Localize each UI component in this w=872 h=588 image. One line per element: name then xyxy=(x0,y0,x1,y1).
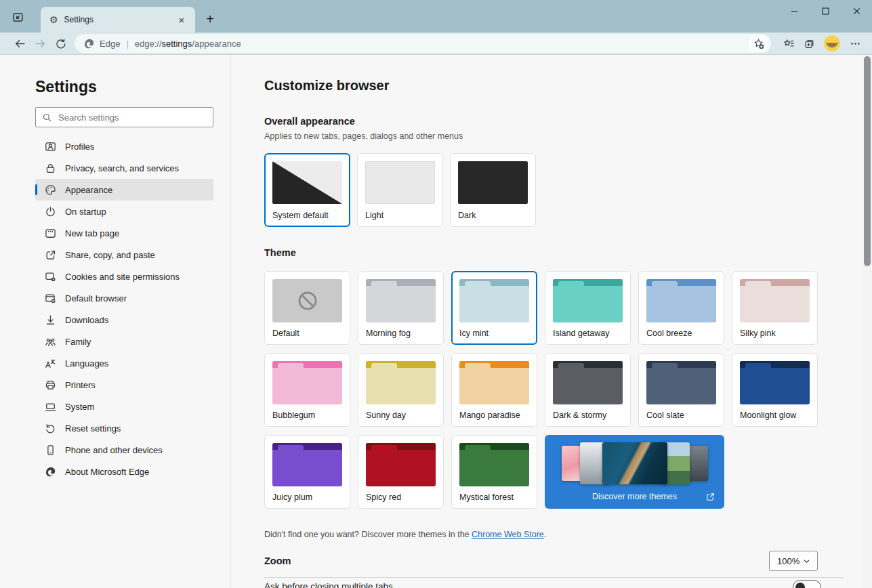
discover-more-themes-tile[interactable]: Discover more themes xyxy=(545,435,724,509)
theme-preview xyxy=(553,361,623,404)
browser-tab-settings[interactable]: ⚙ Settings × xyxy=(41,7,195,33)
appearance-option-dark[interactable]: Dark xyxy=(450,153,536,227)
theme-tile-juicy-plum[interactable]: Juicy plum xyxy=(264,435,350,509)
theme-thumbnails xyxy=(545,442,724,484)
search-settings-input[interactable] xyxy=(58,112,207,123)
theme-tile-icy-mint[interactable]: Icy mint xyxy=(451,271,537,345)
tab-close-icon[interactable]: × xyxy=(175,13,188,26)
sidebar-item-appearance[interactable]: Appearance xyxy=(35,179,213,201)
appearance-option-system-default[interactable]: System default xyxy=(264,153,350,227)
phone-icon xyxy=(45,444,56,456)
zoom-row: Zoom 100% xyxy=(264,551,818,571)
theme-tile-mango-paradise[interactable]: Mango paradise xyxy=(451,353,537,427)
new-tab-button[interactable]: + xyxy=(201,10,219,28)
sidebar-item-reset-settings[interactable]: Reset settings xyxy=(35,417,213,439)
theme-tile-dark-stormy[interactable]: Dark & stormy xyxy=(545,353,631,427)
sidebar-item-phone-and-other-devices[interactable]: Phone and other devices xyxy=(35,439,213,461)
profile-avatar[interactable] xyxy=(823,35,841,52)
cookies-icon xyxy=(45,271,56,282)
settings-sidebar: Settings ProfilesPrivacy, search, and se… xyxy=(0,55,231,588)
theme-tile-cool-breeze[interactable]: Cool breeze xyxy=(638,271,724,345)
appearance-preview xyxy=(365,161,435,204)
theme-preview xyxy=(740,279,810,322)
forward-icon[interactable] xyxy=(30,34,50,53)
section-divider xyxy=(264,577,844,578)
sidebar-item-family[interactable]: Family xyxy=(35,331,213,352)
tab-actions-menu-icon[interactable] xyxy=(9,8,26,26)
sidebar-item-new-tab-page[interactable]: New tab page xyxy=(35,222,213,244)
settings-main: Customize browser Overall appearance App… xyxy=(231,55,872,588)
site-label: Edge xyxy=(100,39,120,49)
theme-preview xyxy=(740,361,810,404)
theme-tile-bubblegum[interactable]: Bubblegum xyxy=(264,353,350,427)
theme-tile-morning-fog[interactable]: Morning fog xyxy=(358,271,444,345)
store-note: Didn't find one you want? Discover more … xyxy=(264,530,818,540)
appearance-option-light[interactable]: Light xyxy=(357,153,443,227)
appearance-options: System defaultLightDark xyxy=(264,153,818,227)
theme-tile-spicy-red[interactable]: Spicy red xyxy=(358,435,444,509)
sidebar-item-printers[interactable]: Printers xyxy=(35,374,213,396)
theme-tile-mystical-forest[interactable]: Mystical forest xyxy=(451,435,537,509)
minimize-button[interactable] xyxy=(778,0,810,22)
sidebar-item-share-copy-and-paste[interactable]: Share, copy, and paste xyxy=(35,244,213,266)
printers-icon xyxy=(45,379,56,391)
settings-page: Settings ProfilesPrivacy, search, and se… xyxy=(0,55,872,588)
close-button[interactable] xyxy=(841,0,872,22)
sidebar-item-about-microsoft-edge[interactable]: About Microsoft Edge xyxy=(35,461,213,482)
overall-appearance-description: Applies to new tabs, pages, dialogs and … xyxy=(264,131,818,142)
theme-preview xyxy=(272,279,342,322)
theme-tile-sunny-day[interactable]: Sunny day xyxy=(358,353,444,427)
page-title: Customize browser xyxy=(264,77,818,93)
refresh-icon[interactable] xyxy=(50,34,70,53)
sidebar-item-privacy-search-and-services[interactable]: Privacy, search, and services xyxy=(35,157,213,179)
reset-icon xyxy=(45,423,56,434)
page-scrollbar[interactable] xyxy=(863,55,872,588)
maximize-button[interactable] xyxy=(810,0,841,22)
sidebar-item-cookies-and-site-permissions[interactable]: Cookies and site permissions xyxy=(35,266,213,287)
collections-icon[interactable] xyxy=(799,34,819,53)
theme-tile-cool-slate[interactable]: Cool slate xyxy=(638,353,724,427)
ask-before-closing-toggle[interactable] xyxy=(793,580,821,588)
footer-row: Ask before closing multiple tabs xyxy=(264,580,818,588)
theme-preview xyxy=(553,279,623,322)
theme-preview xyxy=(459,279,529,322)
theme-tile-default[interactable]: Default xyxy=(264,271,350,345)
theme-tile-moonlight-glow[interactable]: Moonlight glow xyxy=(732,353,818,427)
toggle-knob xyxy=(795,583,805,588)
sidebar-item-on-startup[interactable]: On startup xyxy=(35,201,213,222)
back-icon[interactable] xyxy=(9,34,30,53)
theme-tile-silky-pink[interactable]: Silky pink xyxy=(732,271,818,345)
sidebar-item-profiles[interactable]: Profiles xyxy=(35,135,213,157)
zoom-dropdown[interactable]: 100% xyxy=(769,551,818,571)
sidebar-item-system[interactable]: System xyxy=(35,396,213,417)
search-icon xyxy=(42,112,52,123)
favorites-icon[interactable] xyxy=(778,34,799,53)
downloads-icon xyxy=(45,314,56,326)
theme-heading: Theme xyxy=(264,247,818,259)
search-settings-box[interactable] xyxy=(35,107,213,127)
edge-icon xyxy=(45,466,56,478)
family-icon xyxy=(45,336,56,348)
theme-preview xyxy=(459,361,529,404)
address-bar[interactable]: Edge | edge://settings/appearance xyxy=(75,34,771,53)
sidebar-item-downloads[interactable]: Downloads xyxy=(35,309,213,331)
chrome-web-store-link[interactable]: Chrome Web Store xyxy=(472,530,544,539)
default-browser-icon xyxy=(45,293,56,304)
chevron-down-icon xyxy=(802,557,811,566)
external-link-icon xyxy=(705,492,715,502)
theme-preview xyxy=(366,361,436,404)
add-favorite-icon[interactable] xyxy=(749,35,768,52)
overall-appearance-heading: Overall appearance xyxy=(264,116,818,127)
lock-icon xyxy=(45,163,56,174)
theme-preview xyxy=(272,443,342,486)
theme-tile-island-getaway[interactable]: Island getaway xyxy=(545,271,631,345)
system-icon xyxy=(45,401,56,413)
theme-preview xyxy=(646,361,716,404)
browser-window: ⚙ Settings × + xyxy=(0,0,872,588)
sidebar-item-default-browser[interactable]: Default browser xyxy=(35,287,213,309)
profiles-icon xyxy=(45,141,56,152)
sidebar-item-languages[interactable]: Languages xyxy=(35,352,213,374)
scrollbar-thumb[interactable] xyxy=(864,56,871,266)
ask-before-closing-label: Ask before closing multiple tabs xyxy=(264,580,393,588)
more-menu-icon[interactable] xyxy=(845,34,865,53)
